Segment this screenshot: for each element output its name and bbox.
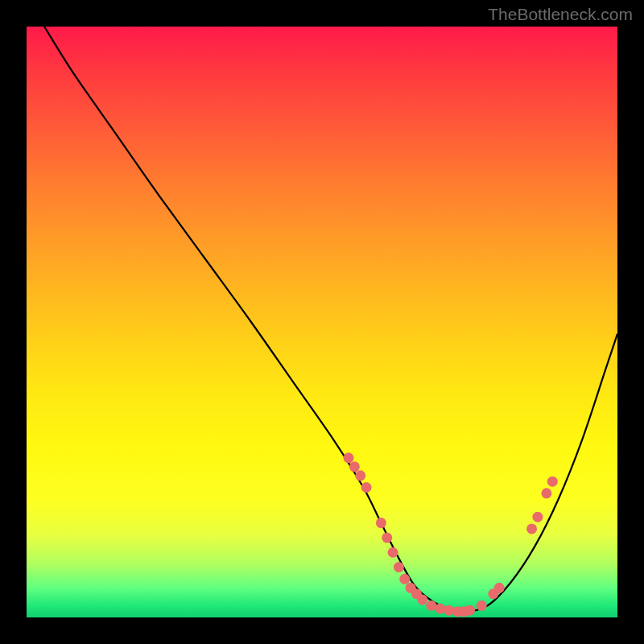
data-marker (399, 574, 410, 584)
data-marker (394, 562, 404, 572)
watermark-text: TheBottleneck.com (488, 5, 633, 24)
data-marker (349, 461, 360, 472)
data-marker (526, 523, 537, 534)
data-marker (477, 601, 487, 611)
data-marker (464, 605, 475, 616)
data-marker (344, 452, 354, 463)
data-marker (361, 482, 372, 493)
data-marker (382, 532, 392, 543)
data-marker (388, 547, 398, 558)
curve-markers (344, 452, 558, 617)
data-marker (444, 605, 454, 616)
data-marker (541, 488, 551, 498)
plot-area (27, 27, 617, 617)
data-marker (426, 601, 436, 611)
data-marker (376, 518, 386, 528)
data-marker (547, 477, 558, 487)
data-marker (435, 603, 445, 613)
data-marker (494, 583, 505, 593)
chart-svg (27, 27, 617, 617)
data-marker (532, 512, 543, 522)
data-marker (417, 594, 427, 605)
data-marker (355, 470, 365, 481)
